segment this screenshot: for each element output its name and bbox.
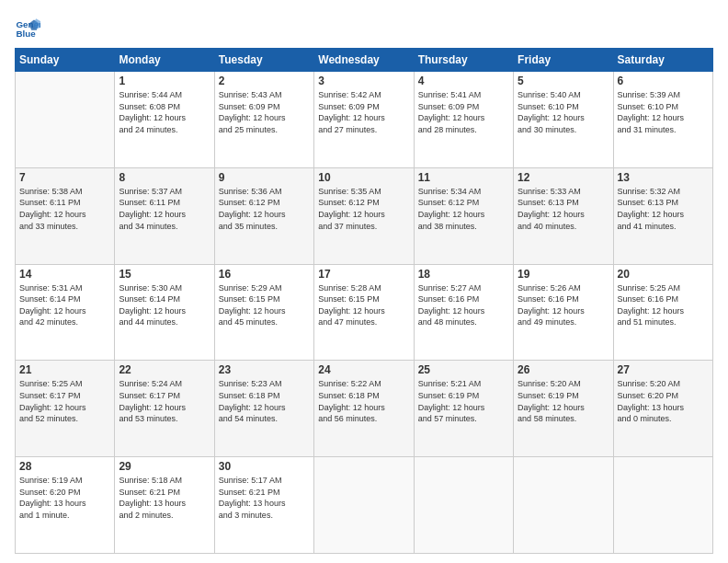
day-info: Sunrise: 5:42 AM Sunset: 6:09 PM Dayligh… — [318, 89, 409, 135]
calendar-cell — [414, 457, 513, 554]
calendar-cell: 25Sunrise: 5:21 AM Sunset: 6:19 PM Dayli… — [414, 361, 513, 457]
day-info: Sunrise: 5:37 AM Sunset: 6:11 PM Dayligh… — [119, 186, 210, 232]
day-number: 22 — [119, 363, 210, 376]
calendar-cell: 18Sunrise: 5:27 AM Sunset: 6:16 PM Dayli… — [414, 264, 513, 361]
calendar-cell: 30Sunrise: 5:17 AM Sunset: 6:21 PM Dayli… — [214, 457, 313, 554]
day-info: Sunrise: 5:25 AM Sunset: 6:17 PM Dayligh… — [19, 378, 110, 424]
day-info: Sunrise: 5:24 AM Sunset: 6:17 PM Dayligh… — [119, 378, 210, 424]
calendar-cell: 4Sunrise: 5:41 AM Sunset: 6:09 PM Daylig… — [414, 72, 513, 168]
calendar-cell: 28Sunrise: 5:19 AM Sunset: 6:20 PM Dayli… — [16, 457, 115, 554]
calendar-header: SundayMondayTuesdayWednesdayThursdayFrid… — [16, 49, 713, 72]
calendar-cell: 10Sunrise: 5:35 AM Sunset: 6:12 PM Dayli… — [314, 167, 414, 264]
calendar-cell: 20Sunrise: 5:25 AM Sunset: 6:16 PM Dayli… — [613, 264, 712, 361]
day-number: 24 — [318, 363, 409, 376]
day-number: 3 — [318, 75, 409, 87]
day-info: Sunrise: 5:35 AM Sunset: 6:12 PM Dayligh… — [318, 186, 409, 232]
calendar-cell: 16Sunrise: 5:29 AM Sunset: 6:15 PM Dayli… — [214, 264, 313, 361]
day-info: Sunrise: 5:25 AM Sunset: 6:16 PM Dayligh… — [618, 282, 709, 328]
calendar-body: 1Sunrise: 5:44 AM Sunset: 6:08 PM Daylig… — [16, 72, 713, 554]
day-info: Sunrise: 5:32 AM Sunset: 6:13 PM Dayligh… — [618, 186, 709, 232]
header: General Blue — [15, 15, 713, 40]
calendar-week-row: 21Sunrise: 5:25 AM Sunset: 6:17 PM Dayli… — [16, 361, 713, 457]
weekday-header-tuesday: Tuesday — [214, 49, 313, 72]
day-number: 13 — [618, 171, 709, 184]
day-info: Sunrise: 5:26 AM Sunset: 6:16 PM Dayligh… — [518, 282, 609, 328]
calendar-cell: 6Sunrise: 5:39 AM Sunset: 6:10 PM Daylig… — [613, 72, 712, 168]
day-number: 26 — [518, 363, 609, 376]
calendar-week-row: 14Sunrise: 5:31 AM Sunset: 6:14 PM Dayli… — [16, 264, 713, 361]
day-number: 7 — [19, 171, 110, 184]
calendar-cell — [16, 72, 115, 168]
day-info: Sunrise: 5:20 AM Sunset: 6:20 PM Dayligh… — [618, 378, 709, 424]
day-number: 14 — [19, 268, 110, 281]
day-info: Sunrise: 5:31 AM Sunset: 6:14 PM Dayligh… — [19, 282, 110, 328]
day-info: Sunrise: 5:28 AM Sunset: 6:15 PM Dayligh… — [318, 282, 409, 328]
day-number: 1 — [119, 75, 210, 87]
calendar-cell: 11Sunrise: 5:34 AM Sunset: 6:12 PM Dayli… — [414, 167, 513, 264]
weekday-header-friday: Friday — [514, 49, 613, 72]
day-info: Sunrise: 5:30 AM Sunset: 6:14 PM Dayligh… — [119, 282, 210, 328]
day-number: 9 — [219, 171, 310, 184]
day-number: 23 — [219, 363, 310, 376]
day-info: Sunrise: 5:40 AM Sunset: 6:10 PM Dayligh… — [518, 89, 609, 135]
weekday-header-saturday: Saturday — [613, 49, 712, 72]
day-info: Sunrise: 5:22 AM Sunset: 6:18 PM Dayligh… — [318, 378, 409, 424]
day-number: 27 — [618, 363, 709, 376]
day-number: 16 — [219, 268, 310, 281]
day-number: 6 — [618, 75, 709, 87]
logo: General Blue — [15, 15, 44, 40]
day-number: 20 — [618, 268, 709, 281]
day-info: Sunrise: 5:29 AM Sunset: 6:15 PM Dayligh… — [219, 282, 310, 328]
calendar-cell: 24Sunrise: 5:22 AM Sunset: 6:18 PM Dayli… — [314, 361, 414, 457]
weekday-header-wednesday: Wednesday — [314, 49, 414, 72]
calendar-cell: 26Sunrise: 5:20 AM Sunset: 6:19 PM Dayli… — [514, 361, 613, 457]
day-info: Sunrise: 5:34 AM Sunset: 6:12 PM Dayligh… — [418, 186, 509, 232]
calendar-cell: 3Sunrise: 5:42 AM Sunset: 6:09 PM Daylig… — [314, 72, 414, 168]
day-number: 30 — [219, 460, 310, 473]
day-info: Sunrise: 5:23 AM Sunset: 6:18 PM Dayligh… — [219, 378, 310, 424]
calendar-cell: 23Sunrise: 5:23 AM Sunset: 6:18 PM Dayli… — [214, 361, 313, 457]
calendar-cell: 22Sunrise: 5:24 AM Sunset: 6:17 PM Dayli… — [115, 361, 214, 457]
calendar-cell: 15Sunrise: 5:30 AM Sunset: 6:14 PM Dayli… — [115, 264, 214, 361]
calendar-cell: 14Sunrise: 5:31 AM Sunset: 6:14 PM Dayli… — [16, 264, 115, 361]
calendar-cell — [514, 457, 613, 554]
page-container: General Blue SundayMondayTuesdayWednesda… — [0, 0, 728, 563]
calendar-week-row: 28Sunrise: 5:19 AM Sunset: 6:20 PM Dayli… — [16, 457, 713, 554]
calendar-cell: 13Sunrise: 5:32 AM Sunset: 6:13 PM Dayli… — [613, 167, 712, 264]
weekday-header-thursday: Thursday — [414, 49, 513, 72]
day-info: Sunrise: 5:41 AM Sunset: 6:09 PM Dayligh… — [418, 89, 509, 135]
day-info: Sunrise: 5:18 AM Sunset: 6:21 PM Dayligh… — [119, 475, 210, 521]
day-number: 4 — [418, 75, 509, 87]
day-number: 11 — [418, 171, 509, 184]
day-number: 8 — [119, 171, 210, 184]
day-info: Sunrise: 5:33 AM Sunset: 6:13 PM Dayligh… — [518, 186, 609, 232]
day-number: 21 — [19, 363, 110, 376]
day-info: Sunrise: 5:43 AM Sunset: 6:09 PM Dayligh… — [219, 89, 310, 135]
day-number: 12 — [518, 171, 609, 184]
day-info: Sunrise: 5:21 AM Sunset: 6:19 PM Dayligh… — [418, 378, 509, 424]
day-number: 18 — [418, 268, 509, 281]
day-info: Sunrise: 5:38 AM Sunset: 6:11 PM Dayligh… — [19, 186, 110, 232]
calendar-week-row: 1Sunrise: 5:44 AM Sunset: 6:08 PM Daylig… — [16, 72, 713, 168]
day-number: 15 — [119, 268, 210, 281]
weekday-header-sunday: Sunday — [16, 49, 115, 72]
calendar-cell: 5Sunrise: 5:40 AM Sunset: 6:10 PM Daylig… — [514, 72, 613, 168]
calendar-cell: 19Sunrise: 5:26 AM Sunset: 6:16 PM Dayli… — [514, 264, 613, 361]
calendar-cell — [613, 457, 712, 554]
calendar-week-row: 7Sunrise: 5:38 AM Sunset: 6:11 PM Daylig… — [16, 167, 713, 264]
day-info: Sunrise: 5:20 AM Sunset: 6:19 PM Dayligh… — [518, 378, 609, 424]
calendar-cell: 27Sunrise: 5:20 AM Sunset: 6:20 PM Dayli… — [613, 361, 712, 457]
day-info: Sunrise: 5:19 AM Sunset: 6:20 PM Dayligh… — [19, 475, 110, 521]
day-number: 25 — [418, 363, 509, 376]
calendar-cell — [314, 457, 414, 554]
calendar-table: SundayMondayTuesdayWednesdayThursdayFrid… — [15, 48, 713, 554]
calendar-cell: 17Sunrise: 5:28 AM Sunset: 6:15 PM Dayli… — [314, 264, 414, 361]
day-number: 17 — [318, 268, 409, 281]
day-number: 29 — [119, 460, 210, 473]
day-number: 2 — [219, 75, 310, 87]
calendar-cell: 7Sunrise: 5:38 AM Sunset: 6:11 PM Daylig… — [16, 167, 115, 264]
calendar-cell: 21Sunrise: 5:25 AM Sunset: 6:17 PM Dayli… — [16, 361, 115, 457]
day-info: Sunrise: 5:27 AM Sunset: 6:16 PM Dayligh… — [418, 282, 509, 328]
day-number: 19 — [518, 268, 609, 281]
weekday-header-row: SundayMondayTuesdayWednesdayThursdayFrid… — [16, 49, 713, 72]
